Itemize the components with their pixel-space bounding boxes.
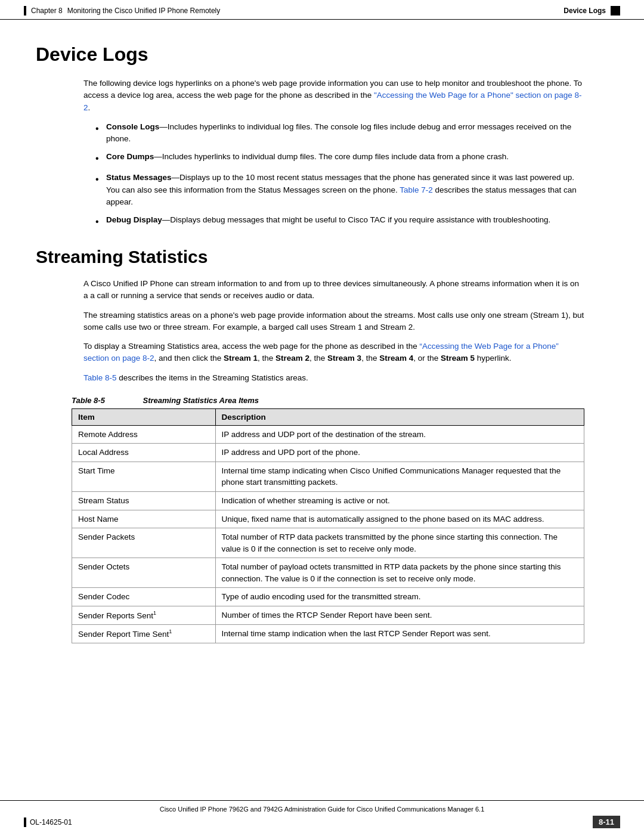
table-row: Sender OctetsTotal number of payload oct… <box>72 558 584 588</box>
stream5-label: Stream 5 <box>441 354 475 363</box>
table-caption: Table 8-5 Streaming Statistics Area Item… <box>72 396 584 405</box>
page-number-badge: 8-11 <box>593 816 620 828</box>
header-bar-icon <box>24 6 26 16</box>
section-label: Device Logs <box>564 7 606 15</box>
table-row: Sender Report Time Sent1Internal time st… <box>72 625 584 643</box>
table-cell-item: Sender Reports Sent1 <box>72 606 216 624</box>
header-right: Device Logs <box>564 6 620 16</box>
streaming-statistics-table: Item Description Remote AddressIP addres… <box>72 408 584 643</box>
main-content: Device Logs The following device logs hy… <box>0 20 644 691</box>
table-cell-item: Sender Report Time Sent1 <box>72 625 216 643</box>
table-row: Start TimeInternal time stamp indicating… <box>72 462 584 491</box>
table-caption-title: Streaming Statistics Area Items <box>143 396 259 405</box>
device-logs-intro: The following device logs hyperlinks on … <box>83 78 584 114</box>
table-cell-description: IP address and UDP port of the destinati… <box>215 425 584 444</box>
table-cell-item: Sender Packets <box>72 528 216 558</box>
table-cell-description: Total number of RTP data packets transmi… <box>215 528 584 558</box>
bullet-label-consolelogs: Console Logs <box>106 122 159 131</box>
footer-left: OL-14625-01 <box>24 817 72 827</box>
table-caption-label: Table 8-5 <box>72 396 105 405</box>
streaming-para3: To display a Streaming Statistics area, … <box>83 340 584 365</box>
list-item: • Status Messages—Displays up to the 10 … <box>95 172 584 208</box>
streaming-para1: A Cisco Unified IP Phone can stream info… <box>83 278 584 302</box>
table-row: Stream StatusIndication of whether strea… <box>72 492 584 510</box>
table-cell-item: Sender Codec <box>72 588 216 606</box>
bullet-desc-debugdisplay: —Displays debug messages that might be u… <box>162 215 551 224</box>
table-cell-description: IP address and UPD port of the phone. <box>215 444 584 462</box>
stream3-label: Stream 3 <box>327 354 361 363</box>
table-cell-item: Stream Status <box>72 492 216 510</box>
table-cell-item: Host Name <box>72 510 216 528</box>
footer-center-text: Cisco Unified IP Phone 7962G and 7942G A… <box>24 806 620 813</box>
table-cell-description: Internal time stamp indication when the … <box>215 625 584 643</box>
device-logs-intro-end: . <box>88 103 91 112</box>
table-row: Sender Reports Sent1Number of times the … <box>72 606 584 624</box>
table-cell-item: Sender Octets <box>72 558 216 588</box>
device-logs-bullet-list: • Console Logs—Includes hyperlinks to in… <box>95 121 584 229</box>
streaming-t4: , or the <box>413 354 441 363</box>
table-row: Sender CodecType of audio encoding used … <box>72 588 584 606</box>
streaming-t3: , the <box>361 354 379 363</box>
table8-5-link[interactable]: Table 8-5 <box>83 373 117 382</box>
streaming-statistics-title: Streaming Statistics <box>36 247 608 267</box>
footer-bar-icon <box>24 817 26 827</box>
stream4-label: Stream 4 <box>379 354 413 363</box>
table-ref-text: Table 8-5 describes the items in the Str… <box>83 372 584 384</box>
table-cell-description: Internal time stamp indicating when Cisc… <box>215 462 584 491</box>
streaming-para3-mid: , and then click the <box>154 354 224 363</box>
streaming-t1: , the <box>258 354 275 363</box>
bullet-label-debugdisplay: Debug Display <box>106 215 162 224</box>
table-row: Host NameUnique, fixed name that is auto… <box>72 510 584 528</box>
bullet-icon: • <box>95 172 106 187</box>
streaming-para3-pre: To display a Streaming Statistics area, … <box>83 342 420 351</box>
stream1-label: Stream 1 <box>224 354 258 363</box>
streaming-end: hyperlink. <box>475 354 512 363</box>
header-right-bar-icon <box>611 6 620 16</box>
table7-2-link[interactable]: Table 7-2 <box>400 185 433 194</box>
list-item: • Debug Display—Displays debug messages … <box>95 214 584 229</box>
bullet-desc-consolelogs: —Includes hyperlinks to individual log f… <box>106 122 571 143</box>
table-row: Sender PacketsTotal number of RTP data p… <box>72 528 584 558</box>
table-cell-description: Unique, fixed name that is automatically… <box>215 510 584 528</box>
table-header-item: Item <box>72 408 216 425</box>
table-row: Remote AddressIP address and UDP port of… <box>72 425 584 444</box>
table-cell-description: Number of times the RTCP Sender Report h… <box>215 606 584 624</box>
table-ref-end: describes the items in the Streaming Sta… <box>117 373 308 382</box>
stream2-label: Stream 2 <box>275 354 309 363</box>
table-cell-description: Indication of whether streaming is activ… <box>215 492 584 510</box>
table-cell-item: Start Time <box>72 462 216 491</box>
list-item: • Console Logs—Includes hyperlinks to in… <box>95 121 584 145</box>
table-row: Local AddressIP address and UPD port of … <box>72 444 584 462</box>
chapter-label: Chapter 8 <box>31 7 63 15</box>
footer-doc-number: OL-14625-01 <box>30 818 72 826</box>
bullet-label-statusmessages: Status Messages <box>106 173 172 182</box>
header-left: Chapter 8 Monitoring the Cisco Unified I… <box>24 6 220 16</box>
bullet-text-coredumps: Core Dumps—Includes hyperlinks to indivi… <box>106 151 584 163</box>
table-cell-item: Remote Address <box>72 425 216 444</box>
bullet-label-coredumps: Core Dumps <box>106 152 154 161</box>
table-cell-description: Total number of payload octets transmitt… <box>215 558 584 588</box>
page-footer: Cisco Unified IP Phone 7962G and 7942G A… <box>0 800 644 833</box>
bullet-text-statusmessages: Status Messages—Displays up to the 10 mo… <box>106 172 584 208</box>
streaming-t2: , the <box>309 354 327 363</box>
bullet-icon: • <box>95 151 106 166</box>
bullet-icon: • <box>95 122 106 136</box>
streaming-para2: The streaming statistics areas on a phon… <box>83 309 584 334</box>
bullet-text-consolelogs: Console Logs—Includes hyperlinks to indi… <box>106 121 584 145</box>
table-header-description: Description <box>215 408 584 425</box>
bullet-icon: • <box>95 215 106 229</box>
bullet-text-debugdisplay: Debug Display—Displays debug messages th… <box>106 214 584 226</box>
bullet-desc-coredumps: —Includes hyperlinks to individual dump … <box>154 152 509 161</box>
footer-bottom: OL-14625-01 8-11 <box>24 816 620 828</box>
table-cell-item: Local Address <box>72 444 216 462</box>
page-header: Chapter 8 Monitoring the Cisco Unified I… <box>0 0 644 20</box>
list-item: • Core Dumps—Includes hyperlinks to indi… <box>95 151 584 166</box>
table-cell-description: Type of audio encoding used for the tran… <box>215 588 584 606</box>
chapter-title: Monitoring the Cisco Unified IP Phone Re… <box>67 7 221 15</box>
device-logs-title: Device Logs <box>36 44 608 66</box>
